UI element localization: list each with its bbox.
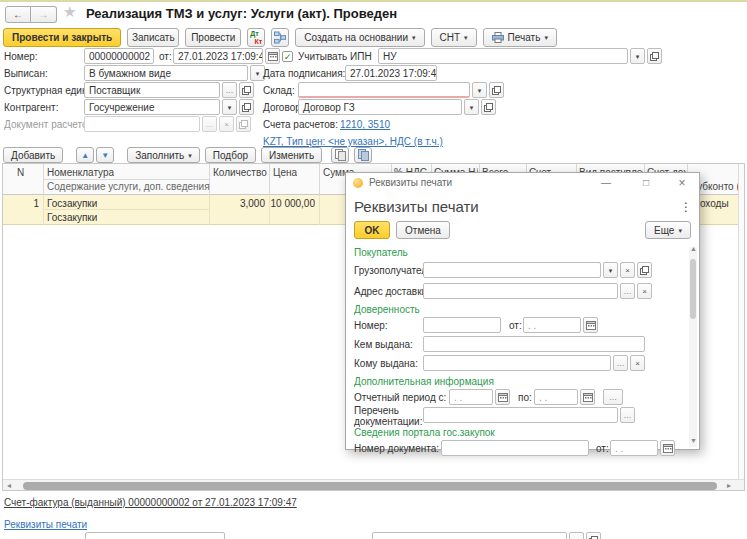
settlement-doc-open-button[interactable] bbox=[236, 116, 251, 132]
move-up-button[interactable]: ▲ bbox=[76, 147, 94, 163]
move-down-button[interactable]: ▼ bbox=[96, 147, 114, 163]
dialog-maximize-button[interactable]: □ bbox=[636, 175, 656, 190]
footer-input-1[interactable] bbox=[85, 532, 225, 539]
col-n[interactable]: N bbox=[17, 167, 24, 178]
fill-button[interactable]: Заполнить▾ bbox=[127, 147, 200, 163]
print-details-link[interactable]: Реквизиты печати bbox=[4, 519, 87, 530]
portal-doc-number-input[interactable] bbox=[441, 440, 589, 456]
sign-date-input[interactable]: 27.01.2023 17:09:46 bbox=[345, 65, 437, 81]
ipn-dropdown-button[interactable]: ▾ bbox=[630, 48, 645, 64]
invoice-link[interactable]: Счет-фактура (выданный) 00000000002 от 2… bbox=[4, 497, 297, 508]
scroll-up-icon[interactable]: ▲ bbox=[690, 245, 697, 252]
settlement-accounts-link[interactable]: 1210, 3510 bbox=[340, 119, 390, 130]
settlement-doc-input[interactable] bbox=[84, 116, 200, 132]
portal-calendar-button[interactable] bbox=[660, 440, 675, 456]
portal-date-value: . . bbox=[615, 443, 623, 454]
scroll-left-icon[interactable]: ◂ bbox=[7, 481, 11, 490]
add-row-button[interactable]: Добавить bbox=[3, 147, 63, 163]
delivery-address-input[interactable] bbox=[423, 283, 618, 299]
dtkt-button[interactable]: Дт Кт bbox=[247, 28, 265, 47]
poa-issued-by-input[interactable] bbox=[423, 336, 645, 352]
post-and-close-button[interactable]: Провести и закрыть bbox=[3, 28, 121, 47]
portal-date-input[interactable]: . . bbox=[610, 440, 658, 456]
dialog-minimize-button[interactable]: — bbox=[596, 175, 616, 190]
ipn-checkbox[interactable]: ✓ bbox=[282, 51, 293, 62]
settlement-doc-clear-button[interactable]: × bbox=[219, 116, 234, 132]
table-vertical-scrollbar[interactable] bbox=[738, 164, 744, 479]
edit-button[interactable]: Изменить bbox=[261, 147, 322, 163]
period-to-input[interactable]: . . bbox=[534, 389, 578, 405]
contragent-open-button[interactable] bbox=[239, 99, 254, 115]
consignee-input[interactable] bbox=[423, 262, 601, 278]
consignee-clear-button[interactable]: × bbox=[620, 262, 635, 278]
contract-dropdown-button[interactable]: ▾ bbox=[464, 99, 479, 115]
settlement-doc-choose-button[interactable]: … bbox=[202, 116, 217, 132]
doc-list-input[interactable] bbox=[423, 407, 618, 423]
save-button[interactable]: Записать bbox=[127, 28, 179, 47]
favorite-star-icon[interactable]: ★ bbox=[63, 3, 76, 21]
paste-rows-button[interactable] bbox=[354, 147, 372, 163]
consignee-dropdown-button[interactable]: ▾ bbox=[603, 262, 618, 278]
structural-unit-choose-button[interactable]: … bbox=[222, 82, 237, 98]
contragent-dropdown-button[interactable]: ▾ bbox=[222, 99, 237, 115]
dialog-more-button[interactable]: Еще▾ bbox=[645, 221, 691, 239]
date-input[interactable]: 27.01.2023 17:09:46 bbox=[173, 48, 263, 64]
period-from-calendar-button[interactable] bbox=[495, 389, 510, 405]
create-based-on-button[interactable]: Создать на основании▾ bbox=[295, 28, 424, 47]
delivery-address-clear-button[interactable]: × bbox=[637, 283, 652, 299]
structural-unit-input[interactable]: Поставщик bbox=[84, 82, 220, 98]
poa-date-input[interactable]: . . bbox=[523, 317, 581, 333]
delivery-address-choose-button[interactable]: … bbox=[620, 283, 635, 299]
footer-input-2[interactable] bbox=[372, 532, 567, 539]
footer-open-button[interactable] bbox=[586, 532, 601, 539]
col-qty[interactable]: Количество bbox=[213, 167, 267, 178]
copy-rows-button[interactable] bbox=[331, 147, 349, 163]
warehouse-open-button[interactable] bbox=[489, 82, 504, 98]
dialog-scrollbar[interactable]: ▲ ▼ bbox=[689, 247, 697, 447]
dialog-scroll-thumb[interactable] bbox=[690, 259, 696, 319]
snt-button[interactable]: СНТ▾ bbox=[431, 28, 477, 47]
col-content[interactable]: Содержание услуги, доп. сведения bbox=[47, 181, 210, 192]
dialog-ok-button[interactable]: OK bbox=[354, 221, 390, 239]
issued-input[interactable]: В бумажном виде bbox=[84, 65, 248, 81]
consignee-open-button[interactable] bbox=[637, 262, 652, 278]
number-input[interactable]: 00000000002 bbox=[84, 48, 154, 64]
warehouse-input[interactable] bbox=[298, 82, 470, 98]
poa-calendar-button[interactable] bbox=[583, 317, 598, 333]
scroll-right-icon[interactable]: ▸ bbox=[727, 481, 731, 490]
ipn-input[interactable]: НУ bbox=[378, 48, 628, 64]
col-price[interactable]: Цена bbox=[273, 167, 297, 178]
period-choose-button[interactable]: … bbox=[603, 389, 623, 405]
col-nomenclature[interactable]: Номенклатура bbox=[47, 167, 114, 178]
period-to-calendar-button[interactable] bbox=[580, 389, 595, 405]
ipn-open-button[interactable] bbox=[647, 48, 662, 64]
post-button[interactable]: Провести bbox=[185, 28, 241, 47]
poa-number-input[interactable] bbox=[423, 317, 501, 333]
dialog-close-button[interactable]: × bbox=[672, 175, 692, 190]
print-button[interactable]: Печать▾ bbox=[483, 28, 557, 47]
pick-button[interactable]: Подбор bbox=[205, 147, 256, 163]
price-type-link[interactable]: KZT, Тип цен: <не указан>, НДС (в т.ч.) bbox=[263, 136, 443, 147]
dialog-cancel-button[interactable]: Отмена bbox=[396, 221, 450, 239]
contragent-input[interactable]: Госучрежение bbox=[84, 99, 220, 115]
document-structure-button[interactable] bbox=[271, 28, 289, 47]
doc-list-choose-button[interactable]: … bbox=[620, 407, 635, 423]
dialog-more-menu-icon[interactable]: ⋮ bbox=[680, 200, 692, 214]
issued-label: Выписан: bbox=[4, 68, 48, 79]
period-from-input[interactable]: . . bbox=[449, 389, 493, 405]
scroll-thumb[interactable] bbox=[23, 482, 717, 490]
poa-issued-to-choose-button[interactable]: … bbox=[613, 355, 628, 371]
footer-dropdown-button[interactable]: ▾ bbox=[569, 532, 584, 539]
back-button[interactable]: ← bbox=[5, 6, 31, 23]
poa-issued-to-clear-button[interactable]: × bbox=[630, 355, 645, 371]
calendar-button[interactable] bbox=[265, 48, 280, 64]
warehouse-dropdown-button[interactable]: ▾ bbox=[472, 82, 487, 98]
contract-input[interactable]: Договор ГЗ bbox=[298, 99, 462, 115]
forward-button[interactable]: → bbox=[31, 6, 57, 23]
table-horizontal-scrollbar[interactable]: ◂ ▸ bbox=[3, 479, 744, 491]
contract-open-button[interactable] bbox=[481, 99, 496, 115]
dialog-titlebar[interactable]: Реквизиты печати — □ × bbox=[346, 173, 699, 193]
structural-unit-open-button[interactable] bbox=[239, 82, 254, 98]
scroll-down-icon[interactable]: ▼ bbox=[690, 437, 697, 444]
poa-issued-to-input[interactable] bbox=[423, 355, 611, 371]
